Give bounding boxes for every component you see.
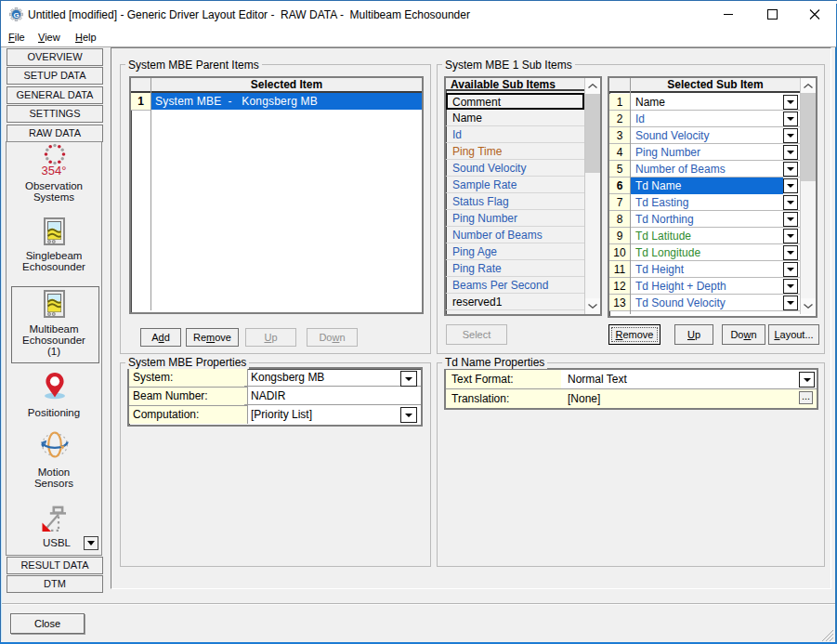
svg-text:G: G (13, 11, 19, 20)
